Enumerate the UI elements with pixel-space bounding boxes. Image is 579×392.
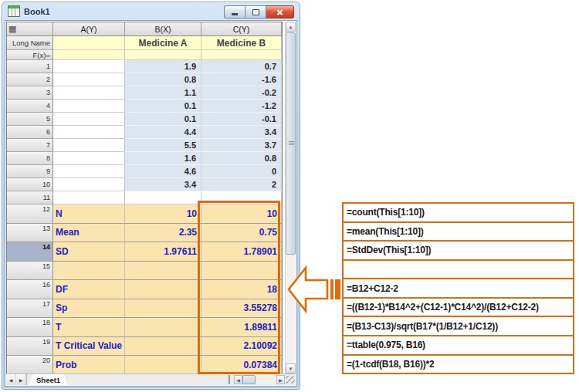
cell-c-7[interactable]: 3.7 [201,139,282,152]
cell-a-11[interactable] [53,191,125,204]
cell-a-1[interactable] [53,60,125,73]
cell-b-fx[interactable] [125,50,201,60]
stat-b-16[interactable] [125,280,201,299]
row-header-15[interactable]: 15 [7,262,53,281]
tab-sheet1[interactable]: Sheet1 [29,374,68,385]
stat-label-15[interactable] [53,262,125,281]
cell-a-longname[interactable] [53,36,125,50]
stat-label-19[interactable]: T Critical Value [53,337,125,357]
stat-c-12[interactable]: 10 [201,204,282,224]
stat-b-14[interactable]: 1.97611 [125,242,201,262]
cell-c-3[interactable]: -0.2 [201,86,282,100]
stat-label-12[interactable]: N [53,204,125,224]
minimize-button[interactable] [224,5,245,19]
row-header-7[interactable]: 7 [7,139,53,152]
cell-b-9[interactable]: 4.6 [125,165,201,178]
cell-b-1[interactable]: 1.9 [125,60,201,73]
scroll-left-icon[interactable]: ◀ [234,375,242,384]
stat-c-17[interactable]: 3.55278 [201,299,282,319]
row-header-8[interactable]: 8 [7,152,53,165]
stat-label-20[interactable]: Prob [53,356,125,375]
cell-b-4[interactable]: 0.1 [125,100,201,113]
stat-label-16[interactable]: DF [53,280,125,299]
row-header-13[interactable]: 13 [7,224,53,243]
cell-b-5[interactable]: 0.1 [125,113,201,126]
vertical-scrollbar[interactable]: ▲ ▼ [285,22,296,373]
cell-b-2[interactable]: 0.8 [125,73,201,86]
cell-c-1[interactable]: 0.7 [201,60,282,73]
cell-b-6[interactable]: 4.4 [125,126,201,139]
stat-c-16[interactable]: 18 [201,280,282,299]
horizontal-scrollbar-thumb[interactable] [242,375,256,384]
tab-next-icon[interactable]: ▶ [16,374,26,385]
stat-label-17[interactable]: Sp [53,299,125,319]
cell-a-6[interactable] [53,126,125,139]
stat-c-20[interactable]: 0.07384 [201,356,282,375]
cell-c-10[interactable]: 2 [201,178,282,191]
pane-splitter[interactable] [229,375,234,384]
stat-label-13[interactable]: Mean [53,224,125,243]
row-header-11[interactable]: 11 [7,191,53,204]
cell-a-2[interactable] [53,73,125,86]
column-header-b[interactable]: B(X) [125,22,201,36]
cell-b-7[interactable]: 5.5 [125,139,201,152]
cell-b-11[interactable] [125,191,201,204]
select-all-corner[interactable]: ▦ [7,22,53,36]
horizontal-scrollbar[interactable]: ◀ ▶ [234,375,285,384]
cell-c-5[interactable]: -0.1 [201,113,282,126]
row-header-3[interactable]: 3 [7,86,53,100]
stat-b-19[interactable] [125,337,201,357]
scroll-down-icon[interactable]: ▼ [286,363,296,373]
row-header-19[interactable]: 19 [7,337,53,357]
cell-c-6[interactable]: 3.4 [201,126,282,139]
row-header-10[interactable]: 10 [7,178,53,191]
cell-b-3[interactable]: 1.1 [125,86,201,100]
row-header-4[interactable]: 4 [7,100,53,113]
row-header-16[interactable]: 16 [7,280,53,299]
stat-label-14[interactable]: SD [53,242,125,262]
row-header-2[interactable]: 2 [7,73,53,86]
cell-c-fx[interactable] [201,50,282,60]
cell-c-longname[interactable]: Medicine B [201,36,282,50]
column-header-c[interactable]: C(Y) [201,22,282,36]
stat-c-19[interactable]: 2.10092 [201,337,282,357]
stat-c-13[interactable]: 0.75 [201,224,282,243]
row-header-9[interactable]: 9 [7,165,53,178]
cell-a-fx[interactable] [53,50,125,60]
cell-a-5[interactable] [53,113,125,126]
close-button[interactable] [266,5,294,19]
cell-c-4[interactable]: -1.2 [201,100,282,113]
stat-c-15[interactable] [201,262,282,281]
row-header-1[interactable]: 1 [7,60,53,73]
row-label-fx[interactable]: F(x)= [7,50,53,60]
cell-a-7[interactable] [53,139,125,152]
row-header-18[interactable]: 18 [7,318,53,337]
stat-b-15[interactable] [125,262,201,281]
cell-c-2[interactable]: -1.6 [201,73,282,86]
cell-a-8[interactable] [53,152,125,165]
restore-button[interactable] [245,5,266,19]
cell-a-3[interactable] [53,86,125,100]
resize-grip-icon[interactable] [286,376,295,384]
cell-a-10[interactable] [53,178,125,191]
stat-b-13[interactable]: 2.35 [125,224,201,243]
stat-c-14[interactable]: 1.78901 [201,242,282,262]
row-header-14[interactable]: 14 [7,242,53,262]
row-header-5[interactable]: 5 [7,113,53,126]
stat-b-18[interactable] [125,318,201,337]
row-label-longname[interactable]: Long Name [7,36,53,50]
stat-b-20[interactable] [125,356,201,375]
row-header-6[interactable]: 6 [7,126,53,139]
stat-b-12[interactable]: 10 [125,204,201,224]
cell-b-10[interactable]: 3.4 [125,178,201,191]
stat-b-17[interactable] [125,299,201,319]
horizontal-scrollbar-track[interactable] [256,375,276,384]
cell-c-11[interactable] [201,191,282,204]
cell-b-8[interactable]: 1.6 [125,152,201,165]
row-header-20[interactable]: 20 [7,356,53,375]
cell-a-9[interactable] [53,165,125,178]
scroll-up-icon[interactable]: ▲ [286,22,296,32]
row-header-17[interactable]: 17 [7,299,53,319]
tab-prev-icon[interactable]: ◀ [6,374,16,385]
stat-label-18[interactable]: T [53,318,125,337]
